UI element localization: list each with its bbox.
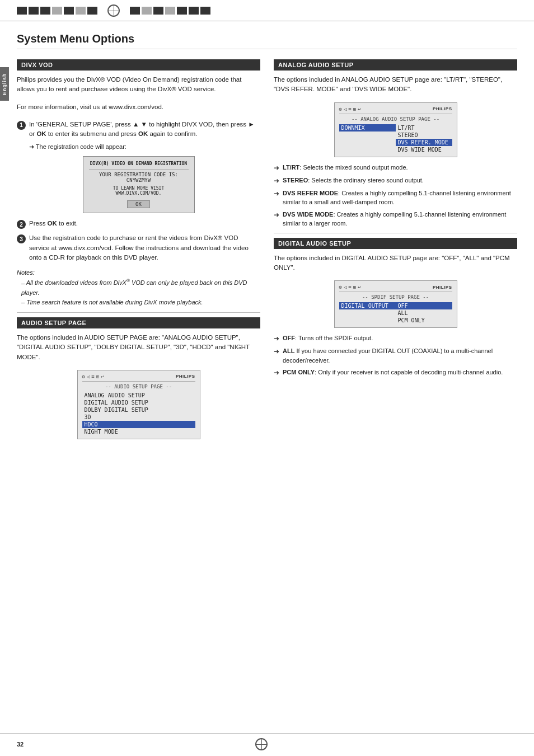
divx-screen-code: YOUR REGISTRATION CODE IS: CNYWZMYW xyxy=(89,172,189,183)
note-2: – Time search feature is not available d… xyxy=(17,298,260,308)
pcm-only-option: PCM ONLY xyxy=(396,317,452,324)
digital-audio-header: DIGITAL AUDIO SETUP xyxy=(274,238,517,249)
step-2: 2 Press OK to exit. xyxy=(17,219,260,229)
step-1-text: In 'GENERAL SETUP PAGE', press ▲ ▼ to hi… xyxy=(29,120,260,139)
analog-two-col: DOWNMIX LT/RT STEREO DVS REFER. MODE DVS… xyxy=(339,124,452,153)
screen-icons: ⚙ ◁ ≡ ⊞ ↩ xyxy=(339,106,361,112)
seg xyxy=(177,7,187,15)
left-column: DIVX VOD Philips provides you the DivX® … xyxy=(17,59,260,445)
dvs-wide-desc: ➜ DVS WIDE MODE: Creates a highly compel… xyxy=(274,210,517,228)
digital-audio-screen: ⚙ ◁ ≡ ⊞ ↩ PHILIPS -- SPDIF SETUP PAGE --… xyxy=(334,280,457,328)
pcm-only-desc: ➜ PCM ONLY: Only if your receiver is not… xyxy=(274,368,517,378)
arrow-icon: ➜ xyxy=(274,368,280,378)
lt-rt-option: LT/RT xyxy=(396,124,452,132)
page-title: System Menu Options xyxy=(17,32,517,49)
digital-left: DIGITAL OUTPUT xyxy=(339,302,396,324)
audio-option-4: 3D xyxy=(82,414,195,421)
gear-icon: ⚙ xyxy=(339,106,342,112)
off-option: OFF xyxy=(396,302,452,309)
crosshair-icon xyxy=(107,4,120,17)
step-3-text: Use the registration code to purchase or… xyxy=(29,233,260,262)
arrow-icon: ➜ xyxy=(274,346,280,365)
philips-logo: PHILIPS xyxy=(433,106,452,111)
audio-option-2: DIGITAL AUDIO SETUP xyxy=(82,399,195,406)
philips-logo: PHILIPS xyxy=(433,285,452,290)
audio-option-6: NIGHT MODE xyxy=(82,428,195,435)
notes-title: Notes: xyxy=(17,268,260,278)
divx-vod-header: DIVX VOD xyxy=(17,59,260,71)
menu-icon: ≡ xyxy=(348,284,351,290)
speaker-icon: ◁ xyxy=(344,284,346,290)
settings-icon: ⊞ xyxy=(353,284,356,290)
divx-screen-mockup: DIVX(R) VIDEO ON DEMAND REGISTRATION YOU… xyxy=(83,156,195,213)
notes-section: Notes: – All the downloaded videos from … xyxy=(17,268,260,308)
step-1-number: 1 xyxy=(17,121,26,130)
seg xyxy=(87,7,97,15)
audio-setup-header: AUDIO SETUP PAGE xyxy=(17,317,260,328)
top-segments-right xyxy=(130,7,210,15)
downmix-option: DOWNMIX xyxy=(339,124,396,132)
two-column-layout: DIVX VOD Philips provides you the DivX® … xyxy=(17,59,517,445)
dvs-refer-option: DVS REFER. MODE xyxy=(396,139,452,146)
seg xyxy=(76,7,86,15)
screen-header: ⚙ ◁ ≡ ⊞ ↩ PHILIPS xyxy=(82,374,195,382)
seg xyxy=(29,7,39,15)
seg xyxy=(40,7,50,15)
menu-icon: ≡ xyxy=(91,374,94,379)
seg xyxy=(64,7,74,15)
seg xyxy=(189,7,199,15)
audio-setup-intro: The options included in AUDIO SETUP PAGE… xyxy=(17,333,260,362)
step-3-number: 3 xyxy=(17,234,26,243)
divx-ok-button[interactable]: OK xyxy=(127,200,150,208)
divx-vod-intro: Philips provides you the DivX® VOD (Vide… xyxy=(17,75,260,95)
divx-screen-title: DIVX(R) VIDEO ON DEMAND REGISTRATION xyxy=(89,161,189,166)
step-1: 1 In 'GENERAL SETUP PAGE', press ▲ ▼ to … xyxy=(17,120,260,139)
arrow-icon: ➜ xyxy=(274,210,280,228)
seg xyxy=(130,7,140,15)
analog-audio-header: ANALOG AUDIO SETUP xyxy=(274,59,517,71)
note-1: – All the downloaded videos from DivX® V… xyxy=(17,278,260,298)
seg xyxy=(142,7,152,15)
gear-icon: ⚙ xyxy=(339,284,342,290)
seg xyxy=(165,7,175,15)
arrow-icon: ↩ xyxy=(358,106,360,112)
dvs-wide-option: DVS WIDE MODE xyxy=(396,146,452,153)
arrow-icon: ↩ xyxy=(101,374,104,379)
gear-icon: ⚙ xyxy=(82,374,85,379)
dvs-refer-desc: ➜ DVS REFER MODE: Creates a highly compe… xyxy=(274,189,517,207)
main-content: System Menu Options DIVX VOD Philips pro… xyxy=(0,21,534,462)
right-column: ANALOG AUDIO SETUP The options included … xyxy=(274,59,517,445)
page-number: 32 xyxy=(17,741,24,748)
arrow-icon: ↩ xyxy=(358,284,360,290)
english-language-tab: English xyxy=(0,67,9,101)
digital-right: OFF ALL PCM ONLY xyxy=(396,302,452,324)
seg xyxy=(153,7,163,15)
audio-option-3: DOLBY DIGITAL SETUP xyxy=(82,406,195,414)
bottom-divider xyxy=(0,733,534,734)
seg xyxy=(17,7,27,15)
seg xyxy=(200,7,210,15)
audio-options-list: ANALOG AUDIO SETUP DIGITAL AUDIO SETUP D… xyxy=(82,392,195,435)
all-option: ALL xyxy=(396,309,452,317)
analog-audio-intro: The options included in ANALOG AUDIO SET… xyxy=(274,75,517,95)
screen-icons: ⚙ ◁ ≡ ⊞ ↩ xyxy=(82,374,104,379)
analog-right: LT/RT STEREO DVS REFER. MODE DVS WIDE MO… xyxy=(396,124,452,153)
screen-title: -- ANALOG AUDIO SETUP PAGE -- xyxy=(339,116,452,122)
menu-icon: ≡ xyxy=(348,106,351,112)
top-segments-left xyxy=(17,7,97,15)
audio-option-1: ANALOG AUDIO SETUP xyxy=(82,392,195,399)
settings-icon: ⊞ xyxy=(96,374,99,379)
screen-header: ⚙ ◁ ≡ ⊞ ↩ PHILIPS xyxy=(339,284,452,292)
philips-logo: PHILIPS xyxy=(176,374,195,379)
settings-icon: ⊞ xyxy=(353,106,356,112)
step-2-number: 2 xyxy=(17,220,26,229)
top-decorative-bar xyxy=(0,0,534,21)
step-2-text: Press OK to exit. xyxy=(29,219,78,228)
speaker-icon: ◁ xyxy=(87,374,90,379)
arrow-icon: ➜ xyxy=(274,189,280,207)
audio-option-5: HDCO xyxy=(82,421,195,428)
off-desc: ➜ OFF: Turns off the SPDIF output. xyxy=(274,334,517,344)
digital-two-col: DIGITAL OUTPUT OFF ALL PCM ONLY xyxy=(339,302,452,324)
all-desc: ➜ ALL If you have connected your DIGITAL… xyxy=(274,346,517,365)
stereo-desc: ➜ STEREO: Selects the ordinary stereo so… xyxy=(274,176,517,186)
